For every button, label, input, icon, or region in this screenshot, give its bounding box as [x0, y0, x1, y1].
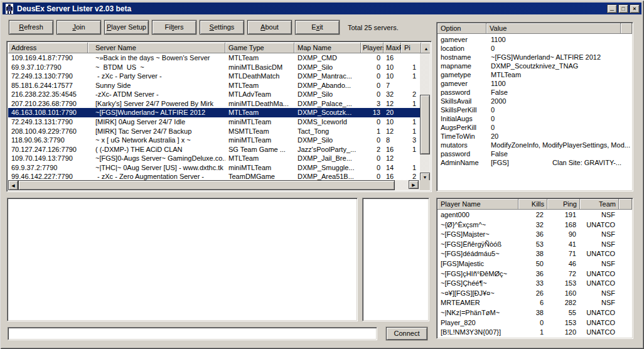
refresh-button[interactable]: Refresh [9, 20, 53, 35]
settings-button[interactable]: Settings [200, 20, 244, 35]
maximize-button[interactable]: □ [618, 4, 628, 13]
column-header-option[interactable]: Option [437, 23, 486, 34]
column-header-maxp[interactable]: MaxP. [384, 43, 401, 53]
filters-button[interactable]: Filters [152, 20, 196, 35]
cell-game-type: MTLTeam [225, 154, 294, 163]
server-row[interactable]: 109.70.149.13:7790 ~[FGS]0-Augs Server~ … [8, 154, 421, 163]
horizontal-scrollbar-thumb[interactable] [18, 180, 395, 190]
cell-players: 0 [361, 63, 384, 72]
option-value: DXMP_Scoutzknivez_TNAG [491, 62, 631, 70]
option-name: password [437, 88, 491, 97]
close-button[interactable]: × [630, 4, 640, 13]
player-ping: 153 [547, 318, 580, 328]
vertical-scrollbar-thumb[interactable] [420, 95, 430, 154]
cell-maxp: 12 [384, 99, 401, 109]
player-ping: 71 [547, 249, 580, 259]
option-row[interactable]: AugsPerKill 0 [437, 123, 631, 132]
minimize-button[interactable]: ─ [607, 4, 617, 13]
option-row[interactable]: SkillsPerKill 0 [437, 105, 631, 114]
vertical-scrollbar[interactable]: ▼ [420, 53, 430, 181]
option-row[interactable]: mapname DXMP_Scoutzknivez_TNAG [437, 62, 631, 70]
option-value: 0 [491, 123, 631, 132]
players-rows: agent000 22 191 NSF ~{Ø}^Êxçsm^~ 32 168 … [437, 210, 631, 338]
option-name: SkillsAvail [437, 97, 491, 105]
option-row[interactable]: password False [437, 149, 631, 158]
column-header-value[interactable]: Value [486, 23, 621, 34]
column-header-ping[interactable]: Pi [401, 43, 421, 53]
option-row[interactable]: hostname ~[FGS]Wunderland~ ALTFIRE 2012 [437, 53, 631, 62]
option-row[interactable]: SkillsAvail 2000 [437, 97, 631, 105]
player-team: NSF [580, 289, 619, 299]
player-row[interactable]: [B!L!NM3Y3N{007}] 1 120 UNATCO [437, 328, 631, 338]
server-row[interactable]: 109.169.41.87:7790 ~»Back in the days ~ … [8, 53, 421, 63]
option-row[interactable]: TimeToWin 20 [437, 132, 631, 141]
connect-button[interactable]: Connect [386, 327, 427, 340]
player-row[interactable]: ~¤¥][FGS][ÐJ¥¤~ 26 160 NSF [437, 289, 631, 299]
player-row[interactable]: ~[FGS]Majster~ 36 90 NSF [437, 230, 631, 240]
option-row[interactable]: InitialAugs 0 [437, 114, 631, 123]
cell-map-name: DXMP_Jail_Bre... [294, 154, 361, 163]
server-row[interactable]: 85.181.6.244:17577 Sunny Side MTLTeam DX… [8, 81, 421, 90]
sort-ascending-icon[interactable]: ▲ [421, 43, 430, 53]
player-name: [B!L!NM3Y3N{007}] [437, 328, 518, 338]
player-name: agent000 [437, 210, 518, 220]
server-row[interactable]: 72.249.13.130:7790 - zXc - Party Server … [8, 72, 421, 81]
server-row[interactable]: 46.163.108.101:7790 ~[FGS]Wunderland~ AL… [8, 108, 421, 117]
column-header-map-name[interactable]: Map Name [294, 43, 361, 53]
scroll-right-icon[interactable]: ▶ [409, 180, 419, 189]
server-row[interactable]: 69.9.37.2:7790 ~|THC|~ 0Aug Server [US] … [8, 163, 421, 173]
server-row[interactable]: 72.249.13.131:7790 [MIRK] 0Aug Server 24… [8, 117, 421, 127]
player-row[interactable]: ~|NKz|=PhänTøM~ 38 55 UNATCO [437, 308, 631, 318]
column-header-team[interactable]: Team [580, 199, 619, 210]
player-team: UNATCO [580, 249, 619, 259]
cell-address: 109.169.41.87:7790 [8, 53, 88, 63]
cell-address: 69.9.37.2:7790 [8, 163, 88, 173]
server-row[interactable]: 69.9.37.10:7790 ~ BTDM US ~ miniMTLBasic… [8, 63, 421, 72]
option-row[interactable]: location 0 [437, 44, 631, 53]
player-row[interactable]: MRTEAMER 6 282 NSF [437, 298, 631, 308]
option-row[interactable]: mutators ModifyZoneInfo, ModifyPlayerSet… [437, 141, 631, 149]
server-row[interactable]: 70.127.247.126:7790 ( (-DXMP-) THE ACiD … [8, 145, 421, 154]
option-row[interactable]: gametype MTLTeam [437, 70, 631, 79]
player-team: NSF [580, 240, 619, 250]
player-row[interactable]: ~{Ø}^Êxçsm^~ 32 168 UNATCO [437, 220, 631, 230]
server-detail-panel [7, 198, 358, 321]
player-team: UNATCO [580, 279, 619, 289]
column-header-server-name[interactable]: Server Name [88, 43, 225, 53]
scroll-left-icon[interactable]: ◀ [8, 180, 18, 190]
players-panel: Player Name Kills Ping Team agent000 22 … [436, 198, 633, 339]
address-input[interactable] [8, 327, 377, 340]
cell-address: 216.238.232.35:4545 [8, 90, 88, 99]
cell-maxp: 10 [384, 117, 401, 127]
about-button[interactable]: About [247, 20, 292, 35]
column-header-player-ping[interactable]: Ping [547, 199, 580, 210]
player-row[interactable]: Player_820 0 153 UNATCO [437, 318, 631, 328]
option-row[interactable]: AdminName [FGS] Clan Site: GRAVITY-... [437, 158, 631, 167]
cell-maxp: 10 [384, 63, 401, 72]
join-button[interactable]: Join [56, 20, 101, 35]
server-row[interactable]: 208.100.49.229:7760 [MIRK] Tac Server 24… [8, 127, 421, 136]
player-row[interactable]: agent000 22 191 NSF [437, 210, 631, 220]
player-row[interactable]: [FGS]Majestic 50 46 NSF [437, 259, 631, 269]
exit-button[interactable]: Exit [295, 20, 340, 35]
server-row[interactable]: 216.238.232.35:4545 -zXc- ATDM Server - … [8, 90, 421, 99]
cell-map-name: DXMP_Smuggle... [294, 163, 361, 173]
column-header-address[interactable]: Address [8, 43, 88, 53]
column-header-player-name[interactable]: Player Name [437, 199, 518, 210]
server-row[interactable]: 118.90.96.3:7790 ~ x [ uG Network Austra… [8, 136, 421, 145]
horizontal-scrollbar[interactable]: ◀ ▶ [8, 180, 421, 190]
player-row[interactable]: ~[FGS]çHIñ°ÐêMØç~ 36 72 UNATCO [437, 269, 631, 279]
option-row[interactable]: gamever 1100 [437, 35, 631, 44]
player-name: ~¤¥][FGS][ÐJ¥¤~ [437, 289, 518, 299]
player-row[interactable]: ~[FGS]ËñêrgÿÑòóß 53 41 NSF [437, 240, 631, 250]
cell-map-name: DXMP_Silo [294, 63, 361, 72]
column-header-kills[interactable]: Kills [518, 199, 547, 210]
option-row[interactable]: password False [437, 88, 631, 97]
player-setup-button[interactable]: Player Setup [104, 20, 149, 35]
player-row[interactable]: ~[FGS]déádmáu5~ 38 71 UNATCO [437, 249, 631, 259]
column-header-players[interactable]: Players [361, 43, 384, 53]
server-row[interactable]: 207.210.236.68:7790 [Karky's] Server 24/… [8, 99, 421, 109]
column-header-game-type[interactable]: Game Type [225, 43, 294, 53]
option-row[interactable]: gamever 1100 [437, 79, 631, 88]
player-row[interactable]: ~[FGS]Çhéé¶~ 33 153 UNATCO [437, 279, 631, 289]
